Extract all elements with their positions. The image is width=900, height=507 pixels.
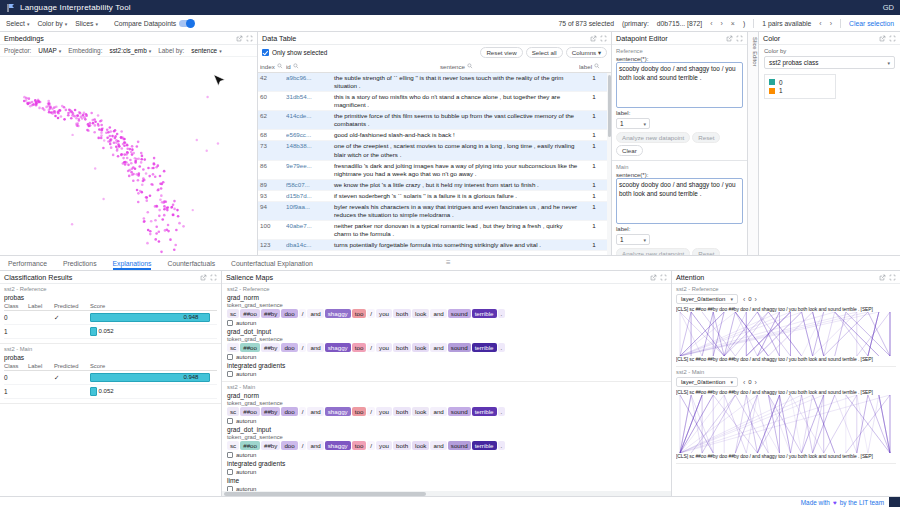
user-initials[interactable]: GD: [883, 3, 894, 12]
tab-counterfactual-explanation[interactable]: Counterfactual Explanation: [231, 256, 313, 270]
label-by-select[interactable]: sentence▾: [191, 47, 221, 54]
token-chip[interactable]: and: [430, 309, 446, 318]
token-chip[interactable]: too: [352, 441, 367, 450]
token-chip[interactable]: sc: [227, 309, 239, 318]
reset-button[interactable]: Reset: [692, 132, 720, 143]
maximize-icon[interactable]: [736, 35, 743, 42]
token-chip[interactable]: /: [367, 407, 375, 416]
token-chip[interactable]: and: [307, 309, 323, 318]
table-row[interactable]: 123 dba14c... turns potentially forgetta…: [258, 240, 611, 251]
token-chip[interactable]: ##oo: [240, 441, 260, 450]
table-row[interactable]: 100 40abe7... neither parker nor donovan…: [258, 221, 611, 240]
token-chip[interactable]: /: [299, 441, 307, 450]
token-chip[interactable]: doo: [281, 441, 297, 450]
token-chip[interactable]: shaggy: [325, 407, 351, 416]
autorun-checkbox[interactable]: autorun: [227, 354, 666, 360]
tab-counterfactuals[interactable]: Counterfactuals: [167, 256, 215, 270]
open-in-new-icon[interactable]: [879, 274, 886, 281]
column-header-sentence[interactable]: sentence: [334, 63, 579, 70]
table-row[interactable]: 89 f58c07... we know the plot 's a littl…: [258, 180, 611, 191]
table-row[interactable]: 73 148b38... one of the creepiest , scar…: [258, 141, 611, 160]
token-chip[interactable]: .: [498, 343, 506, 352]
token-chip[interactable]: and: [307, 343, 323, 352]
column-header-id[interactable]: id: [286, 63, 334, 70]
table-row[interactable]: 62 414cde... the primitive force of this…: [258, 111, 611, 130]
token-chip[interactable]: you: [376, 309, 392, 318]
open-in-new-icon[interactable]: [879, 35, 886, 42]
attention-lines[interactable]: [676, 395, 894, 453]
menu-slices[interactable]: Slices▾: [75, 20, 98, 27]
unpin-datapoint-icon[interactable]: ×: [731, 20, 735, 27]
maximize-icon[interactable]: [600, 35, 607, 42]
token-chip[interactable]: and: [307, 441, 323, 450]
autorun-checkbox[interactable]: autorun: [227, 371, 666, 377]
token-chip[interactable]: terrible: [472, 441, 497, 450]
menu-select[interactable]: Select▾: [6, 20, 29, 27]
table-row[interactable]: 86 9e79ee... fresnadillo 's dark and jol…: [258, 161, 611, 180]
columns-button[interactable]: Columns ▾: [566, 47, 607, 58]
token-chip[interactable]: look: [412, 309, 429, 318]
drag-handle-icon[interactable]: ≡: [446, 258, 451, 267]
search-icon[interactable]: [277, 63, 283, 69]
token-chip[interactable]: and: [430, 407, 446, 416]
token-chip[interactable]: and: [430, 343, 446, 352]
label-select[interactable]: 1▾: [616, 118, 650, 129]
token-chip[interactable]: /: [299, 343, 307, 352]
token-chip[interactable]: doo: [281, 407, 297, 416]
token-chip[interactable]: /: [367, 309, 375, 318]
token-chip[interactable]: you: [376, 343, 392, 352]
clear-selection-button[interactable]: Clear selection: [849, 20, 894, 27]
search-icon[interactable]: [293, 63, 299, 69]
autorun-checkbox[interactable]: autorun: [227, 452, 666, 458]
sentence-textarea[interactable]: scooby dooby doo / and shaggy too / you …: [616, 178, 743, 224]
next-datapoint-icon[interactable]: ›: [721, 20, 723, 27]
only-show-selected-checkbox[interactable]: Only show selected: [262, 49, 327, 56]
tab-explanations[interactable]: Explanations: [113, 256, 152, 270]
label-select[interactable]: 1▾: [616, 234, 650, 245]
collapsed-module-tab[interactable]: Slice Editor: [748, 32, 759, 255]
primary-datapoint-id[interactable]: d0b715... [872]: [657, 20, 702, 27]
token-chip[interactable]: shaggy: [325, 309, 351, 318]
token-chip[interactable]: .: [498, 407, 506, 416]
maximize-icon[interactable]: [889, 274, 896, 281]
token-chip[interactable]: and: [430, 441, 446, 450]
token-chip[interactable]: /: [367, 441, 375, 450]
maximize-icon[interactable]: [246, 35, 253, 42]
layer-select[interactable]: layer_0/attention▾: [676, 294, 738, 304]
open-in-new-icon[interactable]: [200, 274, 207, 281]
prev-datapoint-icon[interactable]: ‹: [710, 20, 712, 27]
maximize-icon[interactable]: [210, 274, 217, 281]
embedding-select[interactable]: sst2:cls_emb▾: [109, 47, 151, 54]
token-chip[interactable]: ##by: [261, 309, 280, 318]
token-chip[interactable]: ##oo: [240, 309, 260, 318]
token-chip[interactable]: you: [376, 407, 392, 416]
select-all-button[interactable]: Select all: [526, 47, 563, 58]
tab-predictions[interactable]: Predictions: [63, 256, 97, 270]
token-chip[interactable]: too: [352, 407, 367, 416]
token-chip[interactable]: /: [299, 309, 307, 318]
search-icon[interactable]: [594, 63, 600, 69]
token-chip[interactable]: ##by: [261, 343, 280, 352]
column-header-index[interactable]: index: [260, 63, 286, 70]
autorun-checkbox[interactable]: autorun: [227, 320, 666, 326]
token-chip[interactable]: doo: [281, 343, 297, 352]
token-chip[interactable]: both: [393, 407, 411, 416]
token-chip[interactable]: ##oo: [240, 407, 260, 416]
maximize-icon[interactable]: [660, 274, 667, 281]
token-chip[interactable]: ##by: [261, 407, 280, 416]
column-header-label[interactable]: label: [579, 63, 609, 70]
head-index-stepper[interactable]: ‹0›: [743, 379, 757, 386]
token-chip[interactable]: shaggy: [325, 343, 351, 352]
search-icon[interactable]: [467, 63, 473, 69]
table-row[interactable]: 94 10f9aa... byler reveals his character…: [258, 202, 611, 221]
embedding-scatter-plot[interactable]: [0, 57, 257, 255]
projector-select[interactable]: UMAP▾: [38, 47, 61, 54]
scrollbar-thumb[interactable]: [224, 492, 426, 496]
scrollbar-thumb[interactable]: [608, 75, 611, 137]
token-chip[interactable]: sound: [448, 407, 471, 416]
token-chip[interactable]: too: [352, 309, 367, 318]
prev-pair-icon[interactable]: ‹: [819, 20, 821, 27]
analyze-new-datapoint-button[interactable]: Analyze new datapoint: [616, 132, 690, 143]
analyze-new-datapoint-button[interactable]: Analyze new datapoint: [616, 248, 690, 255]
autorun-checkbox[interactable]: autorun: [227, 469, 666, 475]
